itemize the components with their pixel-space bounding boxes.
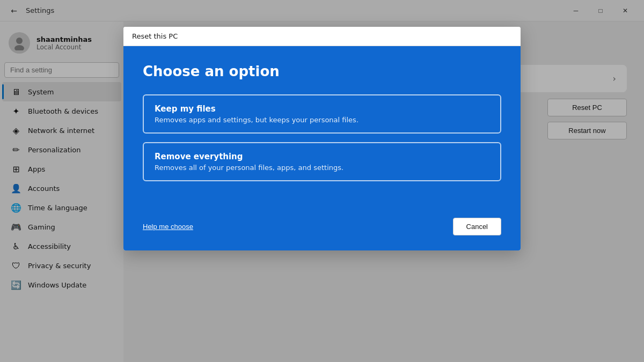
dialog-heading: Choose an option: [143, 63, 501, 79]
remove-everything-desc: Removes all of your personal files, apps…: [155, 164, 489, 172]
dialog-title: Reset this PC: [123, 27, 521, 46]
cancel-button[interactable]: Cancel: [453, 218, 501, 235]
remove-everything-option[interactable]: Remove everything Removes all of your pe…: [143, 142, 501, 181]
help-link[interactable]: Help me choose: [143, 223, 193, 231]
dialog-body: Choose an option Keep my files Removes a…: [123, 46, 521, 209]
keep-files-title: Keep my files: [155, 104, 489, 114]
keep-files-option[interactable]: Keep my files Removes apps and settings,…: [143, 94, 501, 134]
reset-pc-dialog: Reset this PC Choose an option Keep my f…: [123, 27, 521, 250]
remove-everything-title: Remove everything: [155, 152, 489, 161]
keep-files-desc: Removes apps and settings, but keeps you…: [155, 116, 489, 124]
dialog-footer: Help me choose Cancel: [123, 209, 521, 250]
